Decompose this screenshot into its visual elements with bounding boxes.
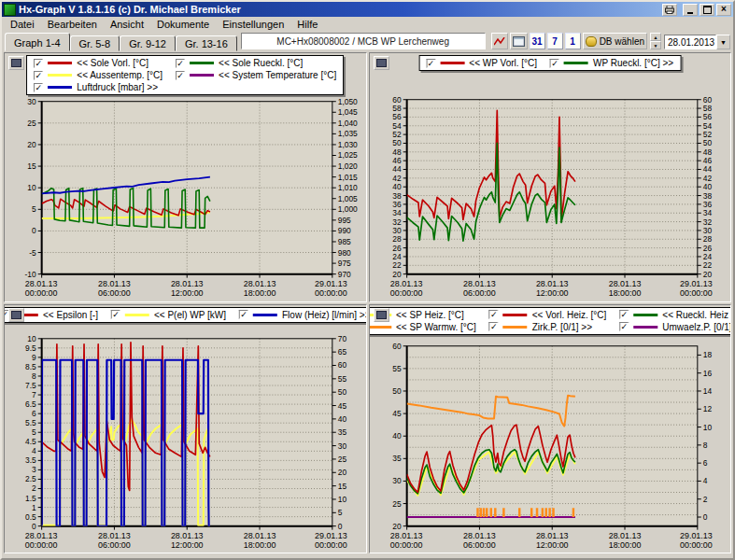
svg-text:28.01.13: 28.01.13	[171, 279, 204, 288]
svg-text:00:00:00: 00:00:00	[25, 288, 58, 298]
svg-text:5.5: 5.5	[25, 418, 36, 427]
legend-checkbox[interactable]: ✓	[176, 59, 185, 68]
legend-checkbox[interactable]: ✓	[550, 59, 559, 68]
week-view-button[interactable]: 7	[547, 33, 563, 49]
svg-text:1,015: 1,015	[338, 173, 358, 182]
svg-text:970: 970	[338, 270, 351, 279]
svg-text:8: 8	[702, 440, 707, 449]
menu-dokumente[interactable]: Dokumente	[150, 18, 216, 31]
menu-bearbeiten[interactable]: Bearbeiten	[41, 18, 104, 31]
print-button[interactable]	[662, 4, 677, 16]
svg-text:35: 35	[392, 454, 402, 463]
tab-gr-13-16[interactable]: Gr. 13-16	[176, 35, 237, 51]
menu-ansicht[interactable]: Ansicht	[104, 18, 150, 31]
svg-text:1,040: 1,040	[338, 119, 358, 128]
svg-text:20: 20	[392, 521, 402, 530]
svg-text:0: 0	[32, 521, 36, 530]
legend-checkbox[interactable]: ✓	[426, 59, 435, 68]
close-button[interactable]: ×	[716, 4, 731, 16]
menu-hilfe[interactable]: Hilfe	[290, 18, 324, 31]
svg-text:20: 20	[702, 270, 712, 279]
svg-text:18:00:00: 18:00:00	[244, 288, 276, 298]
svg-text:5: 5	[338, 508, 343, 517]
svg-text:28.01.13: 28.01.13	[389, 530, 422, 539]
legend-checkbox[interactable]: ✓	[34, 59, 43, 68]
svg-text:00:00:00: 00:00:00	[389, 539, 422, 549]
date-dropdown-button[interactable]: ▼	[716, 35, 730, 49]
svg-text:15: 15	[27, 161, 36, 171]
legend-checkbox[interactable]: ✓	[176, 71, 185, 80]
svg-text:28.01.13: 28.01.13	[463, 530, 496, 539]
tab-gr-9-12[interactable]: Gr. 9-12	[120, 35, 176, 51]
legend-color-line	[503, 326, 528, 329]
spin-down-button[interactable]: ▼	[650, 41, 661, 49]
svg-text:0: 0	[338, 521, 343, 530]
date-value[interactable]: 28.01.2013	[664, 35, 716, 49]
svg-text:7.5: 7.5	[25, 380, 36, 389]
svg-text:12:00:00: 12:00:00	[535, 288, 568, 298]
chart-legend: ✓<< Epsilon [-]✓<< P(el) WP [kW]✓Flow (H…	[4, 307, 367, 323]
svg-text:10: 10	[338, 494, 347, 503]
svg-text:0: 0	[702, 511, 707, 521]
legend-checkbox[interactable]: ✓	[619, 322, 629, 331]
legend-item: ✓Luftdruck [mbar] >>	[34, 81, 163, 93]
svg-text:00:00:00: 00:00:00	[25, 539, 58, 549]
db-select-button[interactable]: DB wählen	[583, 33, 647, 49]
tab-gr-5-8[interactable]: Gr. 5-8	[70, 35, 120, 51]
svg-text:985: 985	[338, 237, 351, 246]
legend-checkbox[interactable]: ✓	[489, 322, 499, 331]
maximize-button[interactable]	[700, 4, 714, 16]
legend-color-line	[564, 62, 588, 64]
legend-label: << Epsilon [-]	[43, 310, 98, 320]
legend-item: ✓<< Sole Vorl. [°C]	[34, 57, 163, 69]
svg-text:70: 70	[338, 333, 347, 343]
chart-legend: ✓<< SP Heiz. [°C]✓<< Vorl. Heiz. [°C]✓<<…	[369, 307, 732, 335]
app-icon	[4, 4, 16, 16]
chart-export-button[interactable]	[374, 56, 389, 70]
month-view-button[interactable]: 31	[530, 33, 545, 49]
svg-text:5: 5	[32, 427, 36, 437]
document-field[interactable]: MC+Hx08008002 / MCB WP Lerchenweg	[241, 33, 486, 49]
legend-color-line	[369, 326, 392, 329]
legend-checkbox[interactable]: ✓	[239, 310, 248, 319]
tab-graph-1-4[interactable]: Graph 1-4	[5, 33, 70, 51]
legend-label: << Aussentemp. [°C]	[77, 70, 163, 80]
image-icon	[11, 311, 21, 319]
svg-text:12:00:00: 12:00:00	[171, 288, 204, 298]
legend-label: << WP Vorl. [°C]	[469, 58, 537, 68]
svg-text:00:00:00: 00:00:00	[680, 288, 713, 298]
date-combo: 28.01.2013 ▼	[664, 35, 730, 49]
legend-checkbox[interactable]: ✓	[619, 310, 629, 319]
svg-text:3.5: 3.5	[25, 455, 36, 465]
curve-tool-button[interactable]	[491, 33, 508, 49]
legend-label: Umwaelz.P. [0/1] >>	[662, 322, 731, 332]
svg-text:40: 40	[338, 413, 347, 423]
chart-export-button[interactable]	[8, 56, 24, 70]
table-view-button[interactable]	[510, 33, 528, 49]
close-icon: ×	[721, 5, 727, 14]
svg-text:6.5: 6.5	[25, 399, 36, 409]
legend-checkbox[interactable]: ✓	[34, 71, 43, 80]
legend-label: << Sole Vorl. [°C]	[77, 58, 148, 68]
minimize-icon	[687, 12, 693, 14]
chart-export-button[interactable]	[374, 308, 389, 322]
menu-einstellungen[interactable]: Einstellungen	[216, 18, 290, 31]
legend-color-line	[503, 314, 528, 316]
legend-checkbox[interactable]: ✓	[111, 310, 120, 319]
svg-text:20: 20	[338, 468, 347, 477]
legend-checkbox[interactable]: ✓	[34, 83, 43, 92]
svg-text:28.01.13: 28.01.13	[98, 279, 131, 288]
legend-item: ✓<< P(el) WP [kW]	[111, 309, 226, 321]
svg-text:25: 25	[27, 119, 36, 128]
minimize-button[interactable]	[683, 4, 698, 16]
svg-text:2.5: 2.5	[25, 474, 36, 483]
day-view-button[interactable]: 1	[565, 33, 581, 49]
menu-datei[interactable]: Datei	[4, 18, 41, 31]
chart-export-button[interactable]	[8, 308, 24, 322]
chart-legend: ✓<< WP Vorl. [°C]✓WP Rueckl. [°C] >>	[418, 55, 681, 71]
svg-text:8: 8	[32, 371, 36, 380]
legend-checkbox[interactable]: ✓	[489, 310, 499, 319]
title-bar[interactable]: Hx-Graph V 1.8.1.16 (c) Dr. Michael Brem…	[2, 2, 733, 17]
spin-up-button[interactable]: ▲	[650, 33, 661, 41]
svg-text:-10: -10	[25, 270, 36, 279]
